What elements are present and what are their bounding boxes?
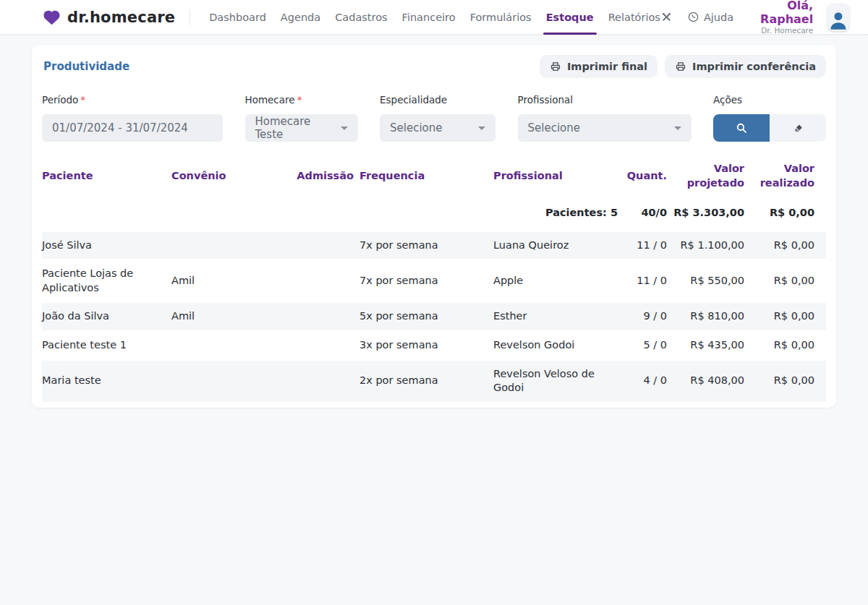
top-bar: dr.homecare Dashboard Agenda Cadastros F… xyxy=(0,0,868,35)
summary-row: Pacientes: 5 40/0 R$ 3.303,00 R$ 0,00 xyxy=(42,197,826,231)
cell-admissao xyxy=(294,231,359,260)
cell-valor-realizado: R$ 0,00 xyxy=(750,302,826,331)
cell-profissional: Apple xyxy=(493,259,624,302)
required-marker: * xyxy=(297,94,302,106)
filter-actions: Ações xyxy=(713,94,826,142)
cell-paciente: João da Silva xyxy=(42,302,171,331)
cell-paciente: Maria teste xyxy=(42,360,171,402)
nav-item-formularios[interactable]: Formulários xyxy=(470,0,532,35)
cell-profissional: Luana Queiroz xyxy=(493,231,624,260)
user-greeting: Olá, Raphael xyxy=(748,0,813,26)
cell-profissional: Revelson Godoi xyxy=(493,331,624,360)
col-header-valor-realizado: Valor realizado xyxy=(750,159,826,197)
chevron-down-icon xyxy=(341,126,348,130)
filters-row: Período* 01/07/2024 - 31/07/2024 Homecar… xyxy=(42,94,826,142)
table-row: Maria teste 2x por semana Revelson Velos… xyxy=(42,360,826,402)
print-final-label: Imprimir final xyxy=(567,61,647,72)
summary-quant: 40/0 xyxy=(624,197,673,231)
especialidade-select[interactable]: Selecione xyxy=(380,114,495,142)
user-organization: Dr. Homecare xyxy=(748,26,813,35)
help-label: Ajuda xyxy=(704,12,733,23)
cell-valor-projetado: R$ 810,00 xyxy=(673,302,750,331)
card-header: Produtividade Imprimir final xyxy=(42,55,826,78)
profissional-select[interactable]: Selecione xyxy=(518,114,692,142)
nav-item-dashboard[interactable]: Dashboard xyxy=(209,0,266,35)
cell-frequencia: 5x por semana xyxy=(359,302,493,331)
profissional-select-value: Selecione xyxy=(528,121,580,134)
cell-profissional: Esther xyxy=(493,302,624,331)
homecare-select[interactable]: Homecare Teste xyxy=(245,114,358,142)
periodo-label: Período* xyxy=(42,94,223,106)
filter-periodo: Período* 01/07/2024 - 31/07/2024 xyxy=(42,94,223,142)
cell-convenio xyxy=(171,331,294,360)
cell-valor-projetado: R$ 408,00 xyxy=(673,360,750,402)
cell-frequencia: 3x por semana xyxy=(359,331,493,360)
homecare-select-value: Homecare Teste xyxy=(255,115,333,141)
filter-especialidade: Especialidade Selecione xyxy=(380,94,495,142)
main-nav: Dashboard Agenda Cadastros Financeiro Fo… xyxy=(209,0,660,35)
homecare-label: Homecare* xyxy=(245,94,358,106)
filter-profissional: Profissional Selecione xyxy=(518,94,692,142)
summary-pacientes: Pacientes: 5 xyxy=(493,197,624,231)
clear-filters-button[interactable] xyxy=(770,114,826,142)
avatar[interactable] xyxy=(827,4,849,31)
table-row: José Silva 7x por semana Luana Queiroz 1… xyxy=(42,231,826,260)
page-title: Produtividade xyxy=(42,60,129,73)
nav-item-agenda[interactable]: Agenda xyxy=(281,0,320,35)
table-header-row: Paciente Convênio Admissão Frequencia Pr… xyxy=(42,159,826,197)
cell-paciente: José Silva xyxy=(42,231,171,260)
periodo-date-range-input[interactable]: 01/07/2024 - 31/07/2024 xyxy=(42,114,223,142)
cell-quant: 5 / 0 xyxy=(624,331,673,360)
col-header-profissional: Profissional xyxy=(493,159,624,197)
col-header-valor-projetado: Valor projetado xyxy=(673,159,750,197)
table-row: João da Silva Amil 5x por semana Esther … xyxy=(42,302,826,331)
cell-frequencia: 7x por semana xyxy=(359,259,493,302)
col-header-convenio: Convênio xyxy=(171,159,294,197)
required-marker: * xyxy=(80,94,85,106)
especialidade-select-value: Selecione xyxy=(390,121,442,134)
cell-valor-realizado: R$ 0,00 xyxy=(750,231,826,260)
col-header-admissao: Admissão xyxy=(294,159,359,197)
cell-valor-projetado: R$ 1.100,00 xyxy=(673,231,750,260)
cell-convenio xyxy=(171,231,294,260)
whatsapp-icon xyxy=(687,11,699,23)
nav-item-estoque[interactable]: Estoque xyxy=(546,0,594,35)
help-link[interactable]: Ajuda xyxy=(687,11,733,23)
productivity-table: Paciente Convênio Admissão Frequencia Pr… xyxy=(42,159,826,402)
cell-frequencia: 7x por semana xyxy=(359,231,493,260)
filter-homecare: Homecare* Homecare Teste xyxy=(245,94,358,142)
cell-admissao xyxy=(294,302,359,331)
cell-valor-realizado: R$ 0,00 xyxy=(750,331,826,360)
user-menu[interactable]: Olá, Raphael Dr. Homecare xyxy=(748,0,813,35)
tools-icon[interactable] xyxy=(660,11,673,23)
col-header-frequencia: Frequencia xyxy=(359,159,493,197)
cell-convenio: Amil xyxy=(171,302,294,331)
app-logo[interactable]: dr.homecare xyxy=(42,7,175,27)
cell-valor-projetado: R$ 550,00 xyxy=(673,259,750,302)
nav-item-relatorios[interactable]: Relatórios xyxy=(608,0,660,35)
cell-convenio xyxy=(171,360,294,402)
print-conference-button[interactable]: Imprimir conferência xyxy=(665,55,826,78)
printer-icon xyxy=(675,61,686,72)
nav-item-cadastros[interactable]: Cadastros xyxy=(335,0,387,35)
summary-valor-realizado: R$ 0,00 xyxy=(750,197,826,231)
profissional-label: Profissional xyxy=(518,94,692,106)
chevron-down-icon xyxy=(478,126,485,130)
top-right-area: Ajuda Olá, Raphael Dr. Homecare xyxy=(660,0,849,35)
cell-profissional: Revelson Veloso de Godoi xyxy=(493,360,624,402)
col-header-quant: Quant. xyxy=(624,159,673,197)
cell-valor-projetado: R$ 435,00 xyxy=(673,331,750,360)
cell-frequencia: 2x por semana xyxy=(359,360,493,402)
logo-text: dr.homecare xyxy=(67,9,175,26)
nav-item-financeiro[interactable]: Financeiro xyxy=(402,0,456,35)
search-button[interactable] xyxy=(713,114,770,142)
divider xyxy=(190,9,190,25)
cell-quant: 4 / 0 xyxy=(624,360,673,402)
print-final-button[interactable]: Imprimir final xyxy=(540,55,658,78)
cell-valor-realizado: R$ 0,00 xyxy=(750,259,826,302)
cell-quant: 9 / 0 xyxy=(624,302,673,331)
search-icon xyxy=(735,121,748,134)
table-row: Paciente teste 1 3x por semana Revelson … xyxy=(42,331,826,360)
cell-admissao xyxy=(294,331,359,360)
table-row: Paciente Lojas de Aplicativos Amil 7x po… xyxy=(42,259,826,302)
